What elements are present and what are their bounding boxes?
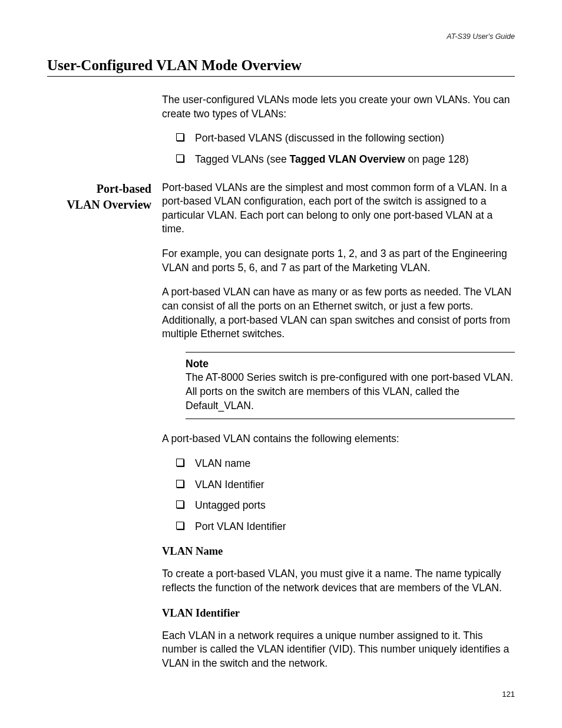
port-based-body: Port-based VLANs are the simplest and mo… xyxy=(162,181,515,671)
list-item-text-bold: Tagged VLAN Overview xyxy=(290,153,405,165)
note-label: Note xyxy=(186,357,515,371)
sub-heading: VLAN Identifier xyxy=(162,606,515,621)
list-item-text: Port VLAN Identifier xyxy=(195,521,286,532)
body-paragraph: A port-based VLAN contains the following… xyxy=(162,432,515,446)
body-paragraph: Each VLAN in a network requires a unique… xyxy=(162,629,515,671)
list-item-text: VLAN Identifier xyxy=(195,479,265,490)
list-item-text: VLAN name xyxy=(195,457,250,469)
side-heading-line: Port-based xyxy=(97,182,151,195)
body-paragraph: A port-based VLAN can have as many or as… xyxy=(162,285,515,341)
note-body: The AT-8000 Series switch is pre-configu… xyxy=(186,371,515,413)
intro-list: Port-based VLANS (discussed in the follo… xyxy=(176,131,515,166)
list-item-text-pre: Tagged VLANs (see xyxy=(195,153,290,165)
list-item-text-post: on page 128) xyxy=(405,153,469,165)
list-item-text: Untagged ports xyxy=(195,499,266,511)
list-item: VLAN Identifier xyxy=(176,478,515,492)
page-number: 121 xyxy=(502,690,515,699)
document-page: AT-S39 User's Guide User-Configured VLAN… xyxy=(0,0,562,728)
side-heading-line: VLAN Overview xyxy=(67,198,151,211)
port-based-section: Port-based VLAN Overview Port-based VLAN… xyxy=(47,181,515,671)
list-item: Port-based VLANS (discussed in the follo… xyxy=(176,131,515,146)
intro-paragraph: The user-configured VLANs mode lets you … xyxy=(162,93,515,121)
checkbox-icon xyxy=(176,154,184,162)
list-item: Untagged ports xyxy=(176,499,515,513)
note-box: Note The AT-8000 Series switch is pre-co… xyxy=(186,352,515,420)
page-title: User-Configured VLAN Mode Overview xyxy=(47,57,515,77)
list-item: Port VLAN Identifier xyxy=(176,520,515,534)
sub-heading: VLAN Name xyxy=(162,544,515,559)
list-item: Tagged VLANs (see Tagged VLAN Overview o… xyxy=(176,153,515,167)
body-paragraph: Port-based VLANs are the simplest and mo… xyxy=(162,181,515,237)
running-header: AT-S39 User's Guide xyxy=(47,32,515,41)
checkbox-icon xyxy=(176,459,184,466)
intro-body: The user-configured VLANs mode lets you … xyxy=(162,93,515,177)
checkbox-icon xyxy=(176,522,184,529)
intro-section: The user-configured VLANs mode lets you … xyxy=(47,93,515,177)
checkbox-icon xyxy=(176,500,184,508)
list-item: VLAN name xyxy=(176,457,515,471)
section-side-heading: Port-based VLAN Overview xyxy=(47,181,162,213)
list-item-text: Port-based VLANS (discussed in the follo… xyxy=(195,132,444,144)
elements-list: VLAN name VLAN Identifier Untagged ports… xyxy=(176,457,515,534)
checkbox-icon xyxy=(176,133,184,141)
checkbox-icon xyxy=(176,480,184,487)
body-paragraph: For example, you can designate ports 1, … xyxy=(162,247,515,275)
body-paragraph: To create a port-based VLAN, you must gi… xyxy=(162,567,515,595)
